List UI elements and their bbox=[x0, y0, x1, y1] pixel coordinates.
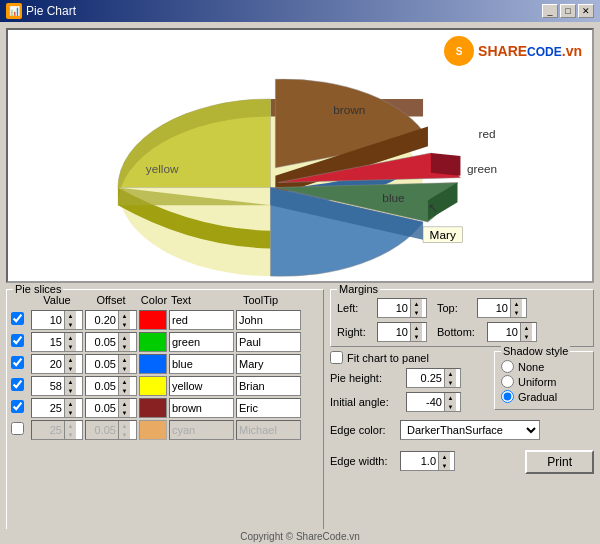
spin-down-brown-value[interactable]: ▼ bbox=[65, 408, 76, 417]
slice-row-red: ▲▼ ▲▼ bbox=[11, 310, 319, 330]
spin-up-green-offset[interactable]: ▲ bbox=[119, 333, 130, 342]
slice-text-blue[interactable] bbox=[169, 354, 234, 374]
slice-check-green[interactable] bbox=[11, 334, 24, 347]
shadow-none-radio[interactable] bbox=[501, 360, 514, 373]
left-label: Left: bbox=[337, 302, 373, 314]
slice-value-brown[interactable] bbox=[32, 399, 64, 417]
margin-top-input[interactable] bbox=[478, 299, 510, 317]
slice-value-cyan bbox=[32, 421, 64, 439]
initial-angle-input[interactable] bbox=[407, 393, 444, 411]
spin-down-margin-left[interactable]: ▼ bbox=[411, 308, 422, 317]
edge-color-label: Edge color: bbox=[330, 424, 396, 436]
spin-up-pie-height[interactable]: ▲ bbox=[445, 369, 456, 378]
spin-down-cyan-offset: ▼ bbox=[119, 430, 130, 439]
slice-color-yellow[interactable] bbox=[139, 376, 167, 396]
slice-offset-yellow[interactable] bbox=[86, 377, 118, 395]
slice-check-blue[interactable] bbox=[11, 356, 24, 369]
slice-color-red[interactable] bbox=[139, 310, 167, 330]
spin-down-red-offset[interactable]: ▼ bbox=[119, 320, 130, 329]
spin-down-margin-right[interactable]: ▼ bbox=[411, 332, 422, 341]
slice-offset-green[interactable] bbox=[86, 333, 118, 351]
slice-tooltip-blue[interactable] bbox=[236, 354, 301, 374]
slice-check-brown[interactable] bbox=[11, 400, 24, 413]
slice-tooltip-brown[interactable] bbox=[236, 398, 301, 418]
slice-text-green[interactable] bbox=[169, 332, 234, 352]
close-button[interactable]: ✕ bbox=[578, 4, 594, 18]
spin-down-initial-angle[interactable]: ▼ bbox=[445, 402, 456, 411]
margins-group: Margins Left: ▲▼ Top: ▲▼ Right: bbox=[330, 289, 594, 347]
fit-chart-checkbox[interactable] bbox=[330, 351, 343, 364]
header-offset: Offset bbox=[85, 294, 137, 306]
pie-height-input[interactable] bbox=[407, 369, 444, 387]
shadow-none-label: None bbox=[518, 361, 544, 373]
spin-down-green-value[interactable]: ▼ bbox=[65, 342, 76, 351]
header-text: Text bbox=[171, 294, 241, 306]
slice-tooltip-red[interactable] bbox=[236, 310, 301, 330]
spin-up-blue-offset[interactable]: ▲ bbox=[119, 355, 130, 364]
spin-up-initial-angle[interactable]: ▲ bbox=[445, 393, 456, 402]
shadow-uniform-radio[interactable] bbox=[501, 375, 514, 388]
spin-up-red-offset[interactable]: ▲ bbox=[119, 311, 130, 320]
slice-color-brown[interactable] bbox=[139, 398, 167, 418]
slice-row-green: ▲▼ ▲▼ bbox=[11, 332, 319, 352]
margin-left-input[interactable] bbox=[378, 299, 410, 317]
slice-offset-blue[interactable] bbox=[86, 355, 118, 373]
maximize-button[interactable]: □ bbox=[560, 4, 576, 18]
minimize-button[interactable]: _ bbox=[542, 4, 558, 18]
slice-color-green[interactable] bbox=[139, 332, 167, 352]
slice-value-green[interactable] bbox=[32, 333, 64, 351]
slice-check-red[interactable] bbox=[11, 312, 24, 325]
slice-value-red[interactable] bbox=[32, 311, 64, 329]
spin-up-red-value[interactable]: ▲ bbox=[65, 311, 76, 320]
spin-up-margin-right[interactable]: ▲ bbox=[411, 323, 422, 332]
slice-text-cyan bbox=[169, 420, 234, 440]
spin-down-yellow-offset[interactable]: ▼ bbox=[119, 386, 130, 395]
slice-row-brown: ▲▼ ▲▼ bbox=[11, 398, 319, 418]
slice-text-yellow[interactable] bbox=[169, 376, 234, 396]
spin-down-margin-bottom[interactable]: ▼ bbox=[521, 332, 532, 341]
edge-color-select[interactable]: DarkerThanSurface Black White None bbox=[400, 420, 540, 440]
slice-value-yellow[interactable] bbox=[32, 377, 64, 395]
slice-check-yellow[interactable] bbox=[11, 378, 24, 391]
margin-right-input[interactable] bbox=[378, 323, 410, 341]
spin-up-edge-width[interactable]: ▲ bbox=[439, 452, 450, 461]
spin-down-green-offset[interactable]: ▼ bbox=[119, 342, 130, 351]
spin-up-yellow-offset[interactable]: ▲ bbox=[119, 377, 130, 386]
print-button[interactable]: Print bbox=[525, 450, 594, 474]
slice-text-brown[interactable] bbox=[169, 398, 234, 418]
margin-bottom-input[interactable] bbox=[488, 323, 520, 341]
right-label: Right: bbox=[337, 326, 373, 338]
edge-width-input[interactable] bbox=[401, 452, 438, 470]
spin-up-margin-bottom[interactable]: ▲ bbox=[521, 323, 532, 332]
slice-value-blue[interactable] bbox=[32, 355, 64, 373]
spin-up-green-value[interactable]: ▲ bbox=[65, 333, 76, 342]
slice-text-red[interactable] bbox=[169, 310, 234, 330]
spin-up-blue-value[interactable]: ▲ bbox=[65, 355, 76, 364]
slice-row-yellow: ▲▼ ▲▼ bbox=[11, 376, 319, 396]
shadow-uniform-label: Uniform bbox=[518, 376, 557, 388]
spin-up-brown-value[interactable]: ▲ bbox=[65, 399, 76, 408]
window-controls[interactable]: _ □ ✕ bbox=[542, 4, 594, 18]
shadow-gradual-radio[interactable] bbox=[501, 390, 514, 403]
slice-tooltip-green[interactable] bbox=[236, 332, 301, 352]
slice-offset-brown[interactable] bbox=[86, 399, 118, 417]
spin-down-edge-width[interactable]: ▼ bbox=[439, 461, 450, 470]
spin-down-red-value[interactable]: ▼ bbox=[65, 320, 76, 329]
slice-offset-red[interactable] bbox=[86, 311, 118, 329]
slice-check-cyan[interactable] bbox=[11, 422, 24, 435]
spin-up-margin-top[interactable]: ▲ bbox=[511, 299, 522, 308]
spin-down-brown-offset[interactable]: ▼ bbox=[119, 408, 130, 417]
spin-up-margin-left[interactable]: ▲ bbox=[411, 299, 422, 308]
spin-down-yellow-value[interactable]: ▼ bbox=[65, 386, 76, 395]
spin-down-margin-top[interactable]: ▼ bbox=[511, 308, 522, 317]
spin-down-blue-value[interactable]: ▼ bbox=[65, 364, 76, 373]
top-label: Top: bbox=[437, 302, 473, 314]
spin-down-pie-height[interactable]: ▼ bbox=[445, 378, 456, 387]
spin-up-brown-offset[interactable]: ▲ bbox=[119, 399, 130, 408]
spin-down-blue-offset[interactable]: ▼ bbox=[119, 364, 130, 373]
spin-up-yellow-value[interactable]: ▲ bbox=[65, 377, 76, 386]
pie-height-label: Pie height: bbox=[330, 372, 402, 384]
slice-tooltip-yellow[interactable] bbox=[236, 376, 301, 396]
slice-color-blue[interactable] bbox=[139, 354, 167, 374]
copyright-text: Copyright © ShareCode.vn bbox=[0, 529, 600, 544]
